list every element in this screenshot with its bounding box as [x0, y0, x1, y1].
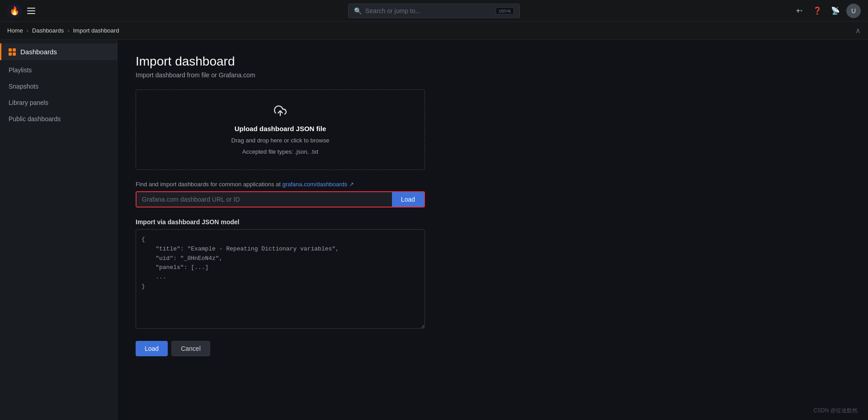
- upload-area[interactable]: Upload dashboard JSON file Drag and drop…: [136, 90, 425, 170]
- sidebar-item-playlists[interactable]: Playlists: [0, 62, 117, 78]
- search-shortcut: ctrl+k: [495, 7, 514, 14]
- sidebar-item-snapshots[interactable]: Snapshots: [0, 78, 117, 94]
- topnav-right: + ▾ ❓ 📡 U: [792, 4, 861, 18]
- sidebar: Dashboards Playlists Snapshots Library p…: [0, 40, 118, 420]
- import-url-load-button[interactable]: Load: [392, 192, 424, 207]
- json-model-section: Import via dashboard JSON model { "title…: [136, 218, 425, 330]
- layout: Dashboards Playlists Snapshots Library p…: [0, 40, 868, 420]
- avatar[interactable]: U: [846, 4, 861, 18]
- import-url-input[interactable]: [137, 192, 392, 207]
- import-url-row: Load: [136, 191, 425, 208]
- grafana-logo[interactable]: 🔥: [7, 4, 22, 18]
- page-subtitle: Import dashboard from file or Grafana.co…: [136, 71, 850, 79]
- search-placeholder: Search or jump to...: [365, 7, 492, 14]
- upload-icon: [274, 104, 287, 120]
- collapse-icon[interactable]: ∧: [855, 26, 861, 35]
- page-title: Import dashboard: [136, 54, 850, 69]
- search-bar[interactable]: 🔍 Search or jump to... ctrl+k: [348, 4, 520, 18]
- upload-title: Upload dashboard JSON file: [235, 125, 326, 132]
- sidebar-item-public-dashboards[interactable]: Public dashboards: [0, 111, 117, 127]
- breadcrumb-current: Import dashboard: [73, 27, 119, 34]
- help-button[interactable]: ❓: [810, 4, 825, 18]
- add-button[interactable]: + ▾: [792, 4, 807, 18]
- breadcrumb-dashboards[interactable]: Dashboards: [32, 27, 64, 34]
- news-button[interactable]: 📡: [828, 4, 843, 18]
- breadcrumb-sep-1: ›: [27, 27, 28, 34]
- dashboards-grid-icon: [9, 48, 16, 56]
- topnav: 🔥 🔍 Search or jump to... ctrl+k + ▾ ❓ 📡 …: [0, 0, 868, 22]
- menu-icon[interactable]: [27, 8, 35, 14]
- breadcrumb-home[interactable]: Home: [7, 27, 23, 34]
- load-button[interactable]: Load: [136, 341, 168, 356]
- upload-desc-2: Accepted file types: .json, .txt: [242, 148, 318, 155]
- hint-prefix-text: Find and import dashboards for common ap…: [136, 181, 282, 188]
- cancel-button[interactable]: Cancel: [171, 341, 210, 356]
- sidebar-item-dashboards[interactable]: Dashboards: [0, 43, 117, 60]
- sidebar-item-library-panels[interactable]: Library panels: [0, 94, 117, 111]
- main-content: Import dashboard Import dashboard from f…: [118, 40, 868, 420]
- grafana-dashboards-link[interactable]: grafana.com/dashboards ↗: [282, 181, 354, 188]
- watermark: CSDN @征途黯然.: [813, 407, 859, 415]
- import-url-section: Find and import dashboards for common ap…: [136, 181, 425, 208]
- breadcrumb-bar: Home › Dashboards › Import dashboard ∧: [0, 22, 868, 40]
- json-model-label: Import via dashboard JSON model: [136, 218, 425, 226]
- svg-text:🔥: 🔥: [9, 6, 20, 16]
- upload-desc-1: Drag and drop here or click to browse: [231, 137, 330, 144]
- breadcrumb-sep-2: ›: [67, 27, 69, 34]
- json-model-textarea[interactable]: { "title": "Example - Repeating Dictiona…: [136, 229, 425, 329]
- sidebar-dashboards-label: Dashboards: [20, 48, 57, 56]
- search-icon: 🔍: [354, 7, 362, 14]
- import-url-hint: Find and import dashboards for common ap…: [136, 181, 425, 188]
- bottom-buttons: Load Cancel: [136, 341, 425, 356]
